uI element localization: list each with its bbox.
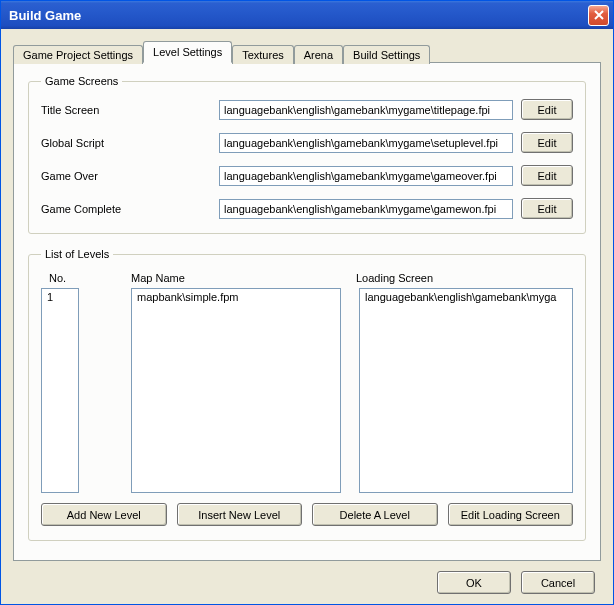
cancel-button[interactable]: Cancel xyxy=(521,571,595,594)
add-new-level-button[interactable]: Add New Level xyxy=(41,503,167,526)
tab-game-project-settings[interactable]: Game Project Settings xyxy=(13,45,143,64)
edit-game-over-button[interactable]: Edit xyxy=(521,165,573,186)
list-item[interactable]: 1 xyxy=(42,289,78,305)
tabstrip: Game Project Settings Level Settings Tex… xyxy=(13,41,601,63)
list-of-levels-group: List of Levels No. Map Name Loading Scre… xyxy=(28,248,586,541)
delete-a-level-button[interactable]: Delete A Level xyxy=(312,503,438,526)
game-screens-legend: Game Screens xyxy=(41,75,122,87)
input-title-screen[interactable] xyxy=(219,100,513,120)
row-game-over: Game Over Edit xyxy=(41,165,573,186)
list-of-levels-legend: List of Levels xyxy=(41,248,113,260)
list-item[interactable]: languagebank\english\gamebank\myga xyxy=(360,289,572,305)
ok-button[interactable]: OK xyxy=(437,571,511,594)
edit-game-complete-button[interactable]: Edit xyxy=(521,198,573,219)
tab-arena[interactable]: Arena xyxy=(294,45,343,64)
client-area: Game Project Settings Level Settings Tex… xyxy=(1,29,613,604)
list-item[interactable]: mapbank\simple.fpm xyxy=(132,289,340,305)
window-title: Build Game xyxy=(9,8,588,23)
level-buttons-row: Add New Level Insert New Level Delete A … xyxy=(41,503,573,526)
tab-level-settings[interactable]: Level Settings xyxy=(143,41,232,63)
label-game-complete: Game Complete xyxy=(41,203,211,215)
label-title-screen: Title Screen xyxy=(41,104,211,116)
build-game-window: Build Game Game Project Settings Level S… xyxy=(0,0,614,605)
game-screens-group: Game Screens Title Screen Edit Global Sc… xyxy=(28,75,586,234)
header-loading-screen: Loading Screen xyxy=(356,272,573,284)
titlebar: Build Game xyxy=(1,1,613,29)
edit-loading-screen-button[interactable]: Edit Loading Screen xyxy=(448,503,574,526)
levels-headers: No. Map Name Loading Screen xyxy=(41,272,573,284)
tab-build-settings[interactable]: Build Settings xyxy=(343,45,430,64)
input-game-over[interactable] xyxy=(219,166,513,186)
tab-panel-level-settings: Game Screens Title Screen Edit Global Sc… xyxy=(13,62,601,561)
row-global-script: Global Script Edit xyxy=(41,132,573,153)
header-no: No. xyxy=(41,272,131,284)
edit-global-script-button[interactable]: Edit xyxy=(521,132,573,153)
input-game-complete[interactable] xyxy=(219,199,513,219)
dialog-footer: OK Cancel xyxy=(13,561,601,594)
label-global-script: Global Script xyxy=(41,137,211,149)
tab-textures[interactable]: Textures xyxy=(232,45,294,64)
listbox-no[interactable]: 1 xyxy=(41,288,79,493)
listbox-loading-screen[interactable]: languagebank\english\gamebank\myga xyxy=(359,288,573,493)
edit-title-screen-button[interactable]: Edit xyxy=(521,99,573,120)
label-game-over: Game Over xyxy=(41,170,211,182)
levels-lists: 1 mapbank\simple.fpm languagebank\englis… xyxy=(41,288,573,493)
close-icon[interactable] xyxy=(588,5,609,26)
listbox-map-name[interactable]: mapbank\simple.fpm xyxy=(131,288,341,493)
row-title-screen: Title Screen Edit xyxy=(41,99,573,120)
insert-new-level-button[interactable]: Insert New Level xyxy=(177,503,303,526)
input-global-script[interactable] xyxy=(219,133,513,153)
header-map-name: Map Name xyxy=(131,272,356,284)
row-game-complete: Game Complete Edit xyxy=(41,198,573,219)
